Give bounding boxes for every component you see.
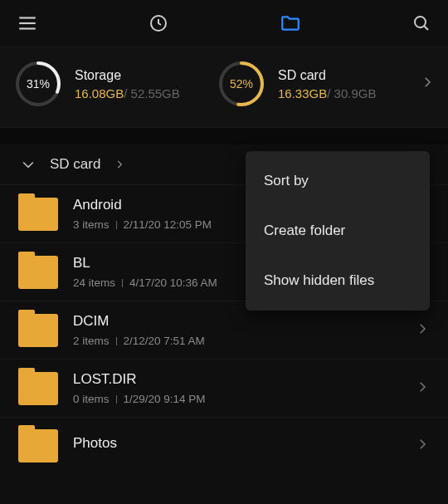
chevron-right-icon <box>114 159 125 170</box>
folder-meta: 0 items1/29/20 9:14 PM <box>73 393 400 405</box>
storage-card-sd[interactable]: 52% SD card 16.33GB/ 30.9GB <box>217 59 411 109</box>
folder-icon <box>18 429 58 462</box>
storage-ring-sd: 52% <box>217 59 266 109</box>
chevron-right-icon <box>415 437 430 455</box>
storage-label-internal: Storage <box>75 68 180 83</box>
storage-percent-sd: 52% <box>217 59 266 109</box>
folder-meta: 2 items2/12/20 7:51 AM <box>73 335 400 347</box>
chevron-right-icon <box>415 321 430 340</box>
storage-ring-internal: 31% <box>13 59 63 109</box>
folder-name: Photos <box>73 435 400 452</box>
folder-icon <box>18 256 58 289</box>
folder-name: DCIM <box>73 313 400 330</box>
top-bar <box>0 0 448 46</box>
storage-size-internal: 16.08GB/ 52.55GB <box>75 86 180 100</box>
folder-tab-icon[interactable] <box>280 12 301 34</box>
storage-label-sd: SD card <box>278 68 376 83</box>
storage-card-internal[interactable]: 31% Storage 16.08GB/ 52.55GB <box>13 59 208 109</box>
search-icon[interactable] <box>411 13 431 33</box>
divider-strip <box>0 128 448 144</box>
menu-icon[interactable] <box>17 12 38 34</box>
storage-percent-internal: 31% <box>13 59 63 109</box>
menu-sort-by[interactable]: Sort by <box>246 156 430 206</box>
folder-icon <box>18 372 58 405</box>
list-item[interactable]: Photos <box>0 418 448 474</box>
list-item[interactable]: LOST.DIR 0 items1/29/20 9:14 PM <box>0 360 448 418</box>
storage-expand-icon[interactable] <box>420 75 435 93</box>
svg-point-4 <box>415 17 426 27</box>
folder-icon <box>18 198 58 231</box>
breadcrumb-label: SD card <box>50 156 100 173</box>
chevron-right-icon <box>415 379 430 398</box>
storage-size-sd: 16.33GB/ 30.9GB <box>278 86 376 100</box>
folder-icon <box>18 314 58 347</box>
context-menu: Sort by Create folder Show hidden files <box>246 151 430 311</box>
menu-create-folder[interactable]: Create folder <box>246 206 430 256</box>
menu-show-hidden[interactable]: Show hidden files <box>246 256 430 306</box>
folder-name: LOST.DIR <box>73 371 400 388</box>
recent-icon[interactable] <box>149 13 168 33</box>
storage-panel: 31% Storage 16.08GB/ 52.55GB 52% SD card… <box>0 46 448 128</box>
chevron-down-icon[interactable] <box>20 156 37 173</box>
svg-line-5 <box>424 26 428 30</box>
